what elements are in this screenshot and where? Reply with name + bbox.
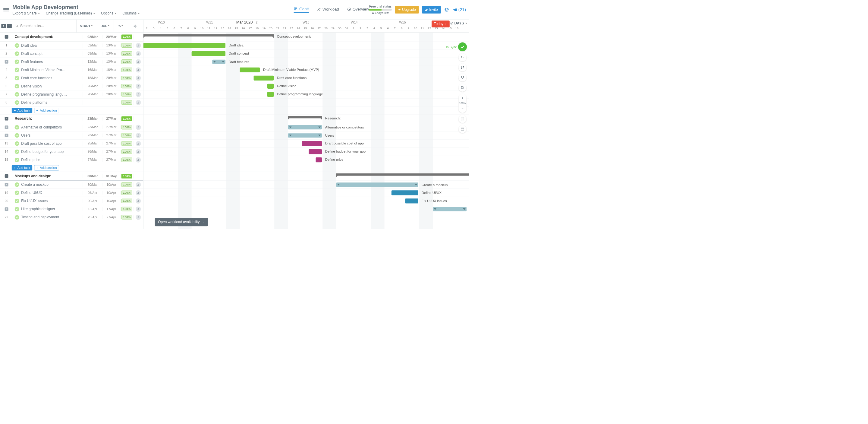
section-row[interactable]: − Concept development: 02/Mar 20/Mar 100… (0, 33, 143, 41)
menu-options[interactable]: Options (101, 11, 117, 16)
check-complete-icon[interactable] (15, 100, 19, 104)
task-row[interactable]: 13 Draft possible cost of app 25/Mar 27/… (0, 140, 143, 148)
graduation-icon[interactable] (444, 7, 449, 12)
add-task-button[interactable]: + Add task (12, 165, 32, 171)
assignee-avatar[interactable] (135, 100, 141, 105)
task-row[interactable]: 14 Define budget for your app 26/Mar 27/… (0, 148, 143, 156)
menu-tracking[interactable]: Change Tracking (Baselines) (46, 11, 95, 16)
expand-all-button[interactable]: + (1, 24, 6, 28)
column-start[interactable]: START (76, 20, 96, 33)
column-due[interactable]: DUE (96, 20, 114, 33)
add-section-button[interactable]: + Add section (34, 165, 59, 171)
menu-columns[interactable]: Columns (122, 11, 140, 16)
gantt-bar[interactable]: Define budget for your app (309, 149, 322, 154)
gantt-bar[interactable]: Research: (288, 116, 322, 119)
task-row[interactable]: 2 Draft concept 09/Mar 13/Mar 100% (0, 50, 143, 58)
assignee-avatar[interactable] (135, 75, 141, 81)
collapse-left-panel[interactable] (127, 20, 144, 33)
check-complete-icon[interactable] (15, 199, 19, 203)
collapse-all-button[interactable]: − (7, 24, 12, 28)
column-percent[interactable]: % (114, 20, 127, 33)
branch-button[interactable] (459, 73, 467, 82)
gantt-bar[interactable]: Fix UI/UX issues (405, 199, 418, 203)
section-row[interactable]: − Mockups and design: 30/Mar 01/May 100% (0, 172, 143, 181)
task-row[interactable]: 7 Define programming langu… 20/Mar 20/Ma… (0, 90, 143, 98)
assignee-avatar[interactable] (135, 199, 141, 204)
check-complete-icon[interactable] (15, 215, 19, 219)
tab-workload[interactable]: Workload (317, 7, 339, 12)
assignee-avatar[interactable] (135, 84, 141, 89)
notifications[interactable]: (21) (453, 7, 466, 12)
gantt-bar[interactable]: Alternative or competitors (288, 125, 322, 129)
check-complete-icon[interactable] (15, 182, 19, 187)
gantt-bar[interactable]: Define programming language (267, 92, 274, 97)
task-row[interactable]: + Users 23/Mar 27/Mar 100% (0, 131, 143, 140)
sort-button[interactable] (459, 64, 467, 71)
task-row[interactable]: 22 Testing and deployment 20/Apr 27/Apr … (0, 213, 143, 221)
zoom-control[interactable]: + 100% − (459, 94, 467, 113)
assignee-avatar[interactable] (135, 51, 141, 56)
task-row[interactable]: + Hire graphic designer 13/Apr 17/Apr 10… (0, 205, 143, 213)
add-task-button[interactable]: + Add task (12, 108, 32, 113)
expand-icon[interactable]: + (4, 133, 8, 137)
check-complete-icon[interactable] (15, 76, 19, 80)
assignee-avatar[interactable] (135, 59, 141, 64)
assignee-avatar[interactable] (135, 67, 141, 72)
task-row[interactable]: + Draft features 12/Mar 13/Mar 100% (0, 58, 143, 66)
gantt-bar[interactable]: Mockups and design: (336, 173, 469, 176)
check-complete-icon[interactable] (15, 157, 19, 162)
collapse-icon[interactable]: − (4, 174, 8, 178)
check-complete-icon[interactable] (15, 190, 19, 195)
search-input[interactable] (20, 24, 74, 28)
gantt-bar[interactable]: Draft Minimum Viable Product (MVP) (240, 67, 260, 72)
gantt-bar[interactable]: Define price (315, 157, 322, 162)
expand-icon[interactable]: + (4, 183, 8, 186)
gantt-bar[interactable]: Draft possible cost of app (302, 141, 321, 146)
check-complete-icon[interactable] (15, 207, 19, 211)
today-button[interactable]: Today (432, 21, 450, 27)
undo-button[interactable] (459, 53, 467, 61)
gantt-bar[interactable]: Define vision (267, 84, 274, 89)
gantt-bar[interactable]: Draft concept (192, 51, 225, 56)
assignee-avatar[interactable] (135, 182, 141, 187)
task-row[interactable]: 19 Define UI/UX 07/Apr 10/Apr 100% (0, 189, 143, 197)
assignee-avatar[interactable] (135, 149, 141, 154)
gantt-bar[interactable]: Draft core functions (253, 76, 273, 81)
gantt-bar[interactable]: Draft features (212, 60, 225, 64)
upgrade-button[interactable]: Upgrade (395, 6, 419, 13)
assignee-avatar[interactable] (135, 43, 141, 48)
gantt-bar[interactable]: Users (288, 133, 322, 138)
task-row[interactable]: 4 Draft Minimum Viable Pro… 16/Mar 18/Ma… (0, 66, 143, 74)
check-complete-icon[interactable] (15, 133, 19, 138)
gantt-bar[interactable]: Concept development: (144, 34, 274, 37)
search-input-wrapper[interactable] (13, 20, 76, 33)
gantt-bar[interactable]: Create a mockup (336, 182, 418, 187)
menu-export[interactable]: Export & Share (12, 11, 40, 16)
check-complete-icon[interactable] (15, 59, 19, 64)
collapse-icon[interactable]: − (4, 35, 8, 39)
expand-icon[interactable]: + (4, 125, 8, 129)
task-row[interactable]: 1 Draft idea 02/Mar 13/Mar 100% (0, 41, 143, 50)
add-section-button[interactable]: + Add section (34, 108, 59, 113)
assignee-avatar[interactable] (135, 133, 141, 138)
task-row[interactable]: 15 Define price 27/Mar 27/Mar 100% (0, 156, 143, 164)
gantt-bar[interactable]: Define UI/UX (392, 190, 418, 195)
map-button[interactable] (459, 115, 467, 123)
check-complete-icon[interactable] (15, 125, 19, 129)
assignee-avatar[interactable] (135, 207, 141, 212)
check-complete-icon[interactable] (15, 92, 19, 96)
expand-icon[interactable]: + (4, 60, 8, 64)
zoom-unit-button[interactable]: DAYS (450, 21, 467, 25)
check-complete-icon[interactable] (15, 141, 19, 146)
zoom-out[interactable]: − (461, 106, 463, 112)
assignee-avatar[interactable] (135, 125, 141, 130)
assignee-avatar[interactable] (135, 157, 141, 162)
invite-button[interactable]: Invite (422, 6, 441, 13)
section-row[interactable]: − Research: 23/Mar 27/Mar 100% (0, 114, 143, 123)
copy-button[interactable] (459, 84, 467, 92)
collapse-icon[interactable]: − (4, 117, 8, 121)
check-complete-icon[interactable] (15, 43, 19, 48)
task-row[interactable]: 6 Define vision 20/Mar 20/Mar 100% (0, 82, 143, 90)
task-row[interactable]: 5 Draft core functions 18/Mar 20/Mar 100… (0, 74, 143, 82)
table-button[interactable] (459, 125, 467, 133)
